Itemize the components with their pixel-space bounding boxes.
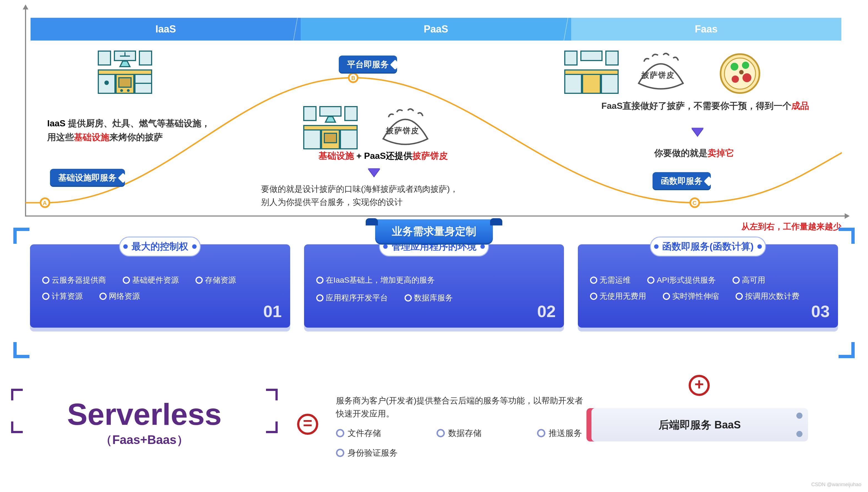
tag-iaas: 基础设施即服务 — [50, 169, 125, 187]
corner-icon — [11, 389, 23, 400]
bullet: API形式提供服务 — [647, 275, 716, 286]
svg-rect-5 — [140, 51, 152, 65]
bullet: 文件存储 — [336, 427, 381, 440]
bullet: 数据存储 — [437, 427, 481, 440]
svg-rect-26 — [565, 70, 618, 74]
svg-rect-24 — [581, 51, 602, 60]
svg-point-12 — [127, 89, 130, 92]
faas-bottom-text: 你要做的就是卖掉它 — [611, 147, 777, 159]
corner-icon — [13, 228, 29, 244]
svg-rect-10 — [119, 78, 131, 87]
corner-icon — [839, 342, 855, 358]
header-bar: IaaS PaaS Faas — [30, 18, 841, 41]
paas-description: 要做的就是设计披萨的口味(海鲜披萨或者鸡肉披萨)，别人为你提供平台服务，实现你的… — [261, 183, 511, 208]
card-number: 03 — [811, 302, 830, 321]
corner-icon — [266, 421, 278, 433]
serverless-box: Serverless （Faas+Baas） — [11, 389, 278, 450]
dough-icon-paas: 披萨饼皮 — [380, 108, 430, 149]
header-iaas: IaaS — [30, 18, 301, 41]
svg-point-8 — [104, 80, 109, 85]
svg-point-36 — [739, 70, 744, 74]
bullet: 在IaaS基础上，增加更高的服务 — [316, 275, 552, 286]
card-faas: 函数即服务(函数计算) 无需运维 API形式提供服务 高可用 无使用无费用 实时… — [578, 244, 838, 328]
bullet: 无使用无费用 — [590, 291, 646, 301]
svg-point-32 — [730, 63, 738, 71]
axis-x — [25, 216, 847, 217]
svg-rect-18 — [304, 125, 357, 130]
tag-faas: 函数即服务 — [652, 172, 711, 190]
card-iaas: 最大的控制权 云服务器提供商 基础硬件资源 存储资源 计算资源 网络资源 01 — [30, 244, 290, 328]
card-number: 02 — [537, 302, 556, 321]
svg-point-35 — [743, 73, 751, 82]
bullet: 按调用次数计费 — [736, 291, 799, 301]
arrow-up-icon — [23, 4, 28, 9]
pizza-icon — [719, 53, 761, 96]
corner-icon — [13, 342, 29, 358]
kitchen-icon-faas — [564, 50, 619, 96]
bullet: 实时弹性伸缩 — [663, 291, 719, 301]
svg-rect-19 — [304, 130, 320, 149]
node-a-label: A — [43, 200, 47, 206]
ribbon-title: 业务需求量身定制 — [375, 219, 493, 245]
baas-card: 后端即服务 BaaS — [591, 408, 808, 441]
svg-rect-3 — [98, 51, 110, 65]
bullet: 基础硬件资源 — [123, 275, 179, 286]
svg-point-11 — [120, 89, 123, 92]
iaas-description: IaaS 提供厨房、灶具、燃气等基础设施， 用这些基础设施来烤你的披萨 — [47, 117, 269, 144]
axis-y — [25, 5, 26, 217]
center-description: 服务商为客户(开发者)提供整合云后端的服务等功能，以帮助开发者快速开发应用。 文… — [336, 394, 586, 459]
serverless-sub: （Faas+Baas） — [11, 432, 278, 450]
bullet: 网络资源 — [99, 291, 140, 301]
kitchen-icon-iaas — [97, 50, 153, 96]
arrow-right-icon — [845, 213, 850, 219]
svg-rect-14 — [135, 83, 152, 84]
plus-icon: + — [689, 375, 710, 396]
watermark: CSDN @wanmeijuhao — [811, 482, 861, 488]
svg-point-2 — [690, 198, 699, 207]
svg-rect-28 — [582, 74, 600, 93]
kitchen-icon-paas — [303, 105, 358, 152]
svg-point-0 — [41, 198, 49, 207]
bullet: 身份验证服务 — [336, 446, 398, 460]
bullet: 存储资源 — [196, 275, 236, 286]
card-bullets: 在IaaS基础上，增加更高的服务 应用程序开发平台 数据库服务 — [316, 275, 552, 303]
node-c-label: C — [693, 200, 696, 206]
card-number: 01 — [263, 302, 282, 321]
dough-icon-faas: 披萨饼皮 — [636, 53, 686, 94]
bullet: 无需运维 — [590, 275, 630, 286]
svg-rect-25 — [606, 51, 618, 65]
chart-area: A B C IaaS PaaS Faas 基础设施即服务 平台即服务 函数即服务 — [20, 5, 850, 219]
bullet: 数据库服务 — [404, 293, 453, 303]
svg-rect-22 — [341, 130, 357, 149]
faas-top-text: FaaS直接做好了披萨，不需要你干预，得到一个成品 — [558, 100, 852, 112]
bullet: 推送服务 — [537, 427, 582, 440]
svg-point-33 — [742, 62, 749, 69]
serverless-title: Serverless — [11, 389, 278, 432]
paas-mid-text: 基础设施 + PaaS还提供披萨饼皮 — [294, 150, 472, 162]
svg-rect-15 — [304, 107, 316, 121]
svg-point-34 — [731, 75, 739, 83]
arrow-down-icon-faas — [691, 128, 703, 136]
bullet: 云服务器提供商 — [42, 275, 106, 286]
header-paas: PaaS — [301, 18, 571, 41]
svg-rect-21 — [324, 133, 337, 143]
svg-point-1 — [349, 73, 358, 82]
tag-paas: 平台即服务 — [339, 55, 397, 74]
dough-label-paas: 披萨饼皮 — [386, 125, 419, 136]
arrow-down-icon-paas — [368, 168, 380, 177]
corner-icon — [11, 421, 23, 433]
corner-icon — [839, 228, 855, 244]
node-b-label: B — [351, 75, 355, 81]
bullet: 应用程序开发平台 — [316, 293, 388, 303]
card-bullets: 无需运维 API形式提供服务 高可用 无使用无费用 实时弹性伸缩 按调用次数计费 — [590, 275, 826, 301]
svg-rect-23 — [565, 51, 577, 65]
header-faas: Faas — [571, 18, 841, 41]
card-label: 最大的控制权 — [119, 237, 201, 256]
svg-rect-17 — [345, 107, 357, 121]
svg-rect-27 — [565, 74, 581, 93]
svg-rect-16 — [320, 107, 341, 116]
svg-rect-6 — [98, 70, 152, 74]
dough-label-faas: 披萨饼皮 — [641, 70, 675, 80]
card-bullets: 云服务器提供商 基础硬件资源 存储资源 计算资源 网络资源 — [42, 275, 278, 301]
svg-rect-29 — [601, 74, 618, 93]
